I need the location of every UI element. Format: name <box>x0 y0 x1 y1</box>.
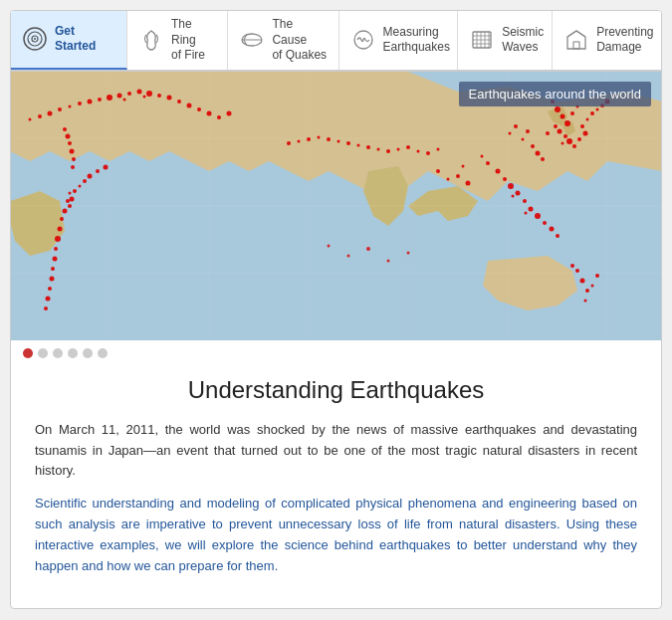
nav-bar: Get Started The Ringof Fire The Caus <box>11 11 661 72</box>
svg-point-122 <box>307 137 311 141</box>
svg-point-32 <box>570 111 574 115</box>
svg-point-148 <box>328 244 331 247</box>
svg-point-97 <box>146 91 152 97</box>
svg-point-129 <box>377 147 380 150</box>
svg-point-150 <box>366 247 370 251</box>
measuring-icon <box>349 26 377 54</box>
paragraph-2: Scientific understanding and modeling of… <box>35 494 637 576</box>
svg-line-17 <box>576 31 585 37</box>
svg-point-85 <box>104 164 109 169</box>
svg-point-83 <box>88 173 93 178</box>
svg-point-137 <box>447 177 450 180</box>
svg-point-40 <box>577 137 581 141</box>
svg-point-93 <box>107 95 112 101</box>
svg-point-62 <box>525 211 528 214</box>
nav-item-ring-of-fire[interactable]: The Ringof Fire <box>127 11 228 70</box>
svg-point-130 <box>386 149 390 153</box>
svg-point-86 <box>83 179 87 183</box>
svg-point-110 <box>38 114 42 118</box>
svg-point-121 <box>298 139 301 142</box>
get-started-icon <box>21 25 49 53</box>
svg-point-58 <box>556 234 560 238</box>
nav-item-seismic-waves[interactable]: SeismicWaves <box>458 11 553 70</box>
svg-point-96 <box>137 89 142 94</box>
svg-point-111 <box>29 117 32 120</box>
svg-point-82 <box>69 191 72 194</box>
main-content: Understanding Earthquakes On March 11, 2… <box>11 366 661 609</box>
carousel-dot-6[interactable] <box>98 348 108 358</box>
svg-point-92 <box>98 98 102 102</box>
svg-point-87 <box>79 184 82 187</box>
svg-point-81 <box>66 199 70 203</box>
svg-point-38 <box>572 144 576 148</box>
carousel-dot-2[interactable] <box>38 348 48 358</box>
svg-point-124 <box>327 137 331 141</box>
svg-point-41 <box>583 130 588 135</box>
svg-point-128 <box>366 145 370 149</box>
seismic-icon <box>468 26 496 54</box>
svg-point-68 <box>595 274 599 278</box>
cause-icon <box>238 26 266 54</box>
svg-point-65 <box>585 289 589 293</box>
svg-point-151 <box>387 259 390 262</box>
svg-point-103 <box>207 110 212 115</box>
svg-point-63 <box>575 269 579 273</box>
paragraph-1: On March 11, 2011, the world was shocked… <box>35 420 637 482</box>
svg-point-119 <box>71 165 75 169</box>
svg-point-74 <box>54 247 58 251</box>
svg-point-48 <box>546 131 550 135</box>
nav-label-measuring-earthquakes: MeasuringEarthquakes <box>383 25 450 56</box>
carousel-dots <box>11 340 661 366</box>
svg-point-80 <box>44 307 48 310</box>
svg-point-53 <box>523 199 527 203</box>
svg-point-147 <box>509 131 512 134</box>
svg-point-31 <box>554 124 558 128</box>
app-container: Get Started The Ringof Fire The Caus <box>10 10 662 609</box>
carousel-dot-5[interactable] <box>83 348 93 358</box>
svg-point-79 <box>46 296 51 301</box>
map-section: Earthquakes around the world <box>11 72 661 340</box>
svg-point-134 <box>426 151 430 155</box>
carousel-dot-3[interactable] <box>53 348 63 358</box>
svg-point-43 <box>586 117 589 120</box>
svg-point-28 <box>555 106 560 112</box>
svg-point-143 <box>541 157 545 161</box>
svg-point-77 <box>50 276 55 281</box>
svg-point-109 <box>48 110 53 115</box>
nav-label-cause-of-quakes: The Causeof Quakes <box>272 17 328 64</box>
svg-point-107 <box>69 104 72 107</box>
svg-point-94 <box>117 93 122 98</box>
svg-point-52 <box>516 190 521 195</box>
svg-point-75 <box>53 256 58 261</box>
svg-point-95 <box>127 92 131 96</box>
svg-point-139 <box>466 180 471 185</box>
svg-point-90 <box>68 204 72 208</box>
svg-point-51 <box>508 183 514 189</box>
svg-point-73 <box>55 236 61 242</box>
carousel-dot-4[interactable] <box>68 348 78 358</box>
nav-item-cause-of-quakes[interactable]: The Causeof Quakes <box>228 11 338 70</box>
nav-item-measuring-earthquakes[interactable]: MeasuringEarthquakes <box>339 11 459 70</box>
svg-point-61 <box>512 194 515 197</box>
svg-point-64 <box>580 278 585 283</box>
svg-point-35 <box>558 128 562 133</box>
svg-point-69 <box>584 299 587 302</box>
svg-point-105 <box>227 110 232 115</box>
svg-point-142 <box>536 150 541 155</box>
svg-point-91 <box>88 99 93 103</box>
svg-point-149 <box>347 254 350 257</box>
nav-item-preventing-damage[interactable]: PreventingDamage <box>553 11 661 70</box>
carousel-dot-1[interactable] <box>23 348 33 358</box>
svg-point-133 <box>417 149 420 152</box>
svg-point-3 <box>34 38 36 40</box>
svg-point-70 <box>63 208 68 213</box>
svg-point-101 <box>187 103 192 107</box>
nav-item-get-started[interactable]: Get Started <box>11 11 127 70</box>
svg-point-36 <box>563 134 567 138</box>
svg-line-16 <box>567 31 576 37</box>
svg-point-29 <box>560 113 565 118</box>
svg-point-54 <box>529 206 534 211</box>
preventing-icon <box>562 26 590 54</box>
svg-point-126 <box>346 141 350 145</box>
svg-point-88 <box>73 189 77 193</box>
